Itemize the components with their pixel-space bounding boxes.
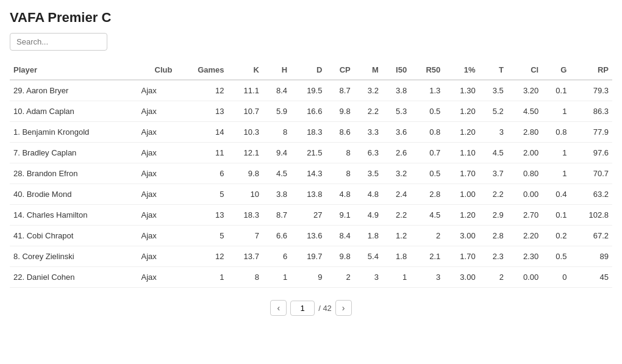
cell-cl: 2.00 — [507, 143, 542, 163]
cell-rp: 70.7 — [570, 163, 612, 184]
cell-cp: 4.8 — [326, 184, 354, 205]
cell-g: 0.1 — [542, 80, 570, 101]
cell-g: 1 — [542, 143, 570, 163]
cell-club: Ajax — [138, 205, 176, 226]
cell-m: 4.8 — [354, 184, 382, 205]
cell-k: 12.1 — [228, 143, 263, 163]
cell-k: 10.3 — [228, 122, 263, 143]
cell-r50: 4.5 — [410, 205, 444, 226]
cell-pct: 1.30 — [444, 80, 479, 101]
cell-cl: 2.70 — [507, 205, 542, 226]
table-row: 22. Daniel CohenAjax181923133.0020.00045 — [10, 267, 612, 288]
search-input[interactable] — [10, 33, 107, 51]
cell-t: 2.3 — [479, 246, 507, 267]
table-row: 40. Brodie MondAjax5103.813.84.84.82.42.… — [10, 184, 612, 205]
search-container — [10, 33, 612, 51]
col-rp: RP — [570, 60, 612, 80]
cell-pct: 1.20 — [444, 205, 479, 226]
cell-rp: 89 — [570, 246, 612, 267]
cell-t: 3.5 — [479, 80, 507, 101]
col-pct: 1% — [444, 60, 479, 80]
cell-player: 29. Aaron Bryer — [10, 80, 138, 101]
cell-club: Ajax — [138, 143, 176, 163]
cell-r50: 0.8 — [410, 122, 444, 143]
cell-cp: 9.1 — [326, 205, 354, 226]
cell-cp: 8 — [326, 143, 354, 163]
cell-rp: 63.2 — [570, 184, 612, 205]
cell-cl: 2.80 — [507, 122, 542, 143]
cell-d: 13.6 — [291, 226, 326, 246]
cell-t: 3 — [479, 122, 507, 143]
pagination: ‹ / 42 › — [10, 300, 612, 316]
cell-i50: 2.2 — [382, 205, 410, 226]
cell-player: 41. Cobi Chrapot — [10, 226, 138, 246]
cell-g: 0.4 — [542, 184, 570, 205]
cell-g: 1 — [542, 101, 570, 122]
cell-cp: 8.7 — [326, 80, 354, 101]
cell-d: 14.3 — [291, 163, 326, 184]
cell-m: 3.3 — [354, 122, 382, 143]
cell-i50: 3.6 — [382, 122, 410, 143]
col-games: Games — [176, 60, 227, 80]
cell-pct: 1.20 — [444, 122, 479, 143]
prev-page-button[interactable]: ‹ — [270, 300, 287, 316]
cell-i50: 1.8 — [382, 246, 410, 267]
cell-h: 9.4 — [263, 143, 291, 163]
cell-games: 12 — [176, 246, 227, 267]
cell-k: 7 — [228, 226, 263, 246]
col-cp: CP — [326, 60, 354, 80]
cell-rp: 86.3 — [570, 101, 612, 122]
cell-player: 28. Brandon Efron — [10, 163, 138, 184]
cell-i50: 3.2 — [382, 163, 410, 184]
cell-cp: 8 — [326, 163, 354, 184]
header-row: Player Club Games K H D CP M I50 R50 1% … — [10, 60, 612, 80]
cell-pct: 3.00 — [444, 226, 479, 246]
cell-games: 13 — [176, 101, 227, 122]
cell-k: 13.7 — [228, 246, 263, 267]
cell-t: 2.8 — [479, 226, 507, 246]
cell-d: 16.6 — [291, 101, 326, 122]
cell-games: 5 — [176, 226, 227, 246]
cell-g: 0.1 — [542, 205, 570, 226]
cell-games: 5 — [176, 184, 227, 205]
cell-cp: 9.8 — [326, 101, 354, 122]
page-total: / 42 — [318, 304, 332, 313]
cell-r50: 1.3 — [410, 80, 444, 101]
cell-rp: 45 — [570, 267, 612, 288]
cell-g: 0.2 — [542, 226, 570, 246]
page-title: VAFA Premier C — [10, 10, 612, 26]
cell-club: Ajax — [138, 267, 176, 288]
cell-r50: 3 — [410, 267, 444, 288]
col-r50: R50 — [410, 60, 444, 80]
cell-m: 5.4 — [354, 246, 382, 267]
cell-m: 2.2 — [354, 101, 382, 122]
cell-r50: 2.1 — [410, 246, 444, 267]
page-number-input[interactable] — [290, 301, 315, 316]
cell-i50: 5.3 — [382, 101, 410, 122]
cell-games: 11 — [176, 143, 227, 163]
col-t: T — [479, 60, 507, 80]
table-row: 8. Corey ZielinskiAjax1213.7619.79.85.41… — [10, 246, 612, 267]
cell-m: 6.3 — [354, 143, 382, 163]
cell-m: 1.8 — [354, 226, 382, 246]
cell-h: 8.4 — [263, 80, 291, 101]
cell-club: Ajax — [138, 122, 176, 143]
cell-player: 40. Brodie Mond — [10, 184, 138, 205]
cell-pct: 1.20 — [444, 101, 479, 122]
next-page-button[interactable]: › — [335, 300, 352, 316]
table-row: 28. Brandon EfronAjax69.84.514.383.53.20… — [10, 163, 612, 184]
cell-k: 9.8 — [228, 163, 263, 184]
cell-cl: 2.30 — [507, 246, 542, 267]
players-table: Player Club Games K H D CP M I50 R50 1% … — [10, 60, 612, 288]
table-body: 29. Aaron BryerAjax1211.18.419.58.73.23.… — [10, 80, 612, 288]
table-row: 1. Benjamin KrongoldAjax1410.3818.38.63.… — [10, 122, 612, 143]
cell-cl: 3.20 — [507, 80, 542, 101]
cell-g: 0.8 — [542, 122, 570, 143]
cell-d: 27 — [291, 205, 326, 226]
cell-t: 3.7 — [479, 163, 507, 184]
cell-rp: 77.9 — [570, 122, 612, 143]
col-g: G — [542, 60, 570, 80]
cell-k: 8 — [228, 267, 263, 288]
cell-r50: 2.8 — [410, 184, 444, 205]
cell-cp: 2 — [326, 267, 354, 288]
